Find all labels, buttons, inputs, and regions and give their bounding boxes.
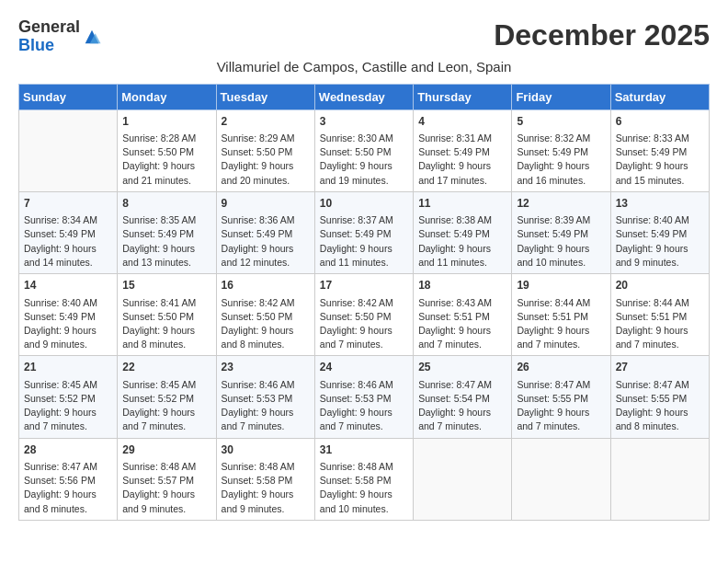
calendar-week-row: 21Sunrise: 8:45 AMSunset: 5:52 PMDayligh…: [19, 356, 710, 438]
day-number: 5: [517, 114, 605, 130]
day-info: Sunrise: 8:35 AMSunset: 5:49 PMDaylight:…: [122, 213, 210, 270]
day-info: Sunrise: 8:36 AMSunset: 5:49 PMDaylight:…: [222, 213, 310, 270]
day-number: 24: [320, 360, 408, 375]
calendar-cell: 14Sunrise: 8:40 AMSunset: 5:49 PMDayligh…: [19, 274, 118, 356]
day-info: Sunrise: 8:45 AMSunset: 5:52 PMDaylight:…: [24, 378, 112, 434]
calendar-header-friday: Friday: [512, 84, 610, 109]
calendar-cell: 18Sunrise: 8:43 AMSunset: 5:51 PMDayligh…: [414, 274, 512, 356]
calendar-table: SundayMondayTuesdayWednesdayThursdayFrid…: [18, 84, 710, 521]
day-number: 16: [222, 278, 310, 293]
calendar-week-row: 28Sunrise: 8:47 AMSunset: 5:56 PMDayligh…: [19, 438, 710, 520]
calendar-cell: 24Sunrise: 8:46 AMSunset: 5:53 PMDayligh…: [314, 356, 413, 438]
logo-blue: Blue: [18, 36, 54, 54]
calendar-cell: 29Sunrise: 8:48 AMSunset: 5:57 PMDayligh…: [118, 438, 216, 520]
day-info: Sunrise: 8:48 AMSunset: 5:58 PMDaylight:…: [320, 460, 408, 516]
day-info: Sunrise: 8:38 AMSunset: 5:49 PMDaylight:…: [418, 213, 506, 270]
day-info: Sunrise: 8:43 AMSunset: 5:51 PMDaylight:…: [418, 296, 506, 352]
day-info: Sunrise: 8:47 AMSunset: 5:56 PMDaylight:…: [24, 460, 112, 516]
calendar-cell: 2Sunrise: 8:29 AMSunset: 5:50 PMDaylight…: [216, 109, 314, 191]
day-number: 19: [517, 278, 605, 293]
day-number: 27: [616, 360, 704, 375]
calendar-header-monday: Monday: [118, 84, 216, 109]
calendar-cell: 31Sunrise: 8:48 AMSunset: 5:58 PMDayligh…: [314, 438, 413, 520]
day-info: Sunrise: 8:28 AMSunset: 5:50 PMDaylight:…: [122, 132, 210, 188]
day-info: Sunrise: 8:42 AMSunset: 5:50 PMDaylight:…: [320, 296, 408, 352]
day-number: 4: [418, 114, 506, 130]
calendar-week-row: 7Sunrise: 8:34 AMSunset: 5:49 PMDaylight…: [19, 191, 710, 273]
day-info: Sunrise: 8:48 AMSunset: 5:57 PMDaylight:…: [122, 460, 210, 516]
day-number: 15: [122, 278, 210, 293]
day-info: Sunrise: 8:29 AMSunset: 5:50 PMDaylight:…: [222, 132, 310, 188]
calendar-cell: 3Sunrise: 8:30 AMSunset: 5:50 PMDaylight…: [314, 109, 413, 191]
day-number: 28: [24, 442, 112, 458]
day-info: Sunrise: 8:31 AMSunset: 5:49 PMDaylight:…: [418, 132, 506, 188]
calendar-header-tuesday: Tuesday: [216, 84, 314, 109]
calendar-header-thursday: Thursday: [414, 84, 512, 109]
calendar-cell: 15Sunrise: 8:41 AMSunset: 5:50 PMDayligh…: [118, 274, 216, 356]
day-number: 1: [122, 114, 210, 130]
day-info: Sunrise: 8:34 AMSunset: 5:49 PMDaylight:…: [24, 213, 112, 270]
day-info: Sunrise: 8:42 AMSunset: 5:50 PMDaylight:…: [222, 296, 310, 352]
calendar-week-row: 14Sunrise: 8:40 AMSunset: 5:49 PMDayligh…: [19, 274, 710, 356]
calendar-cell: 8Sunrise: 8:35 AMSunset: 5:49 PMDaylight…: [118, 191, 216, 273]
day-info: Sunrise: 8:32 AMSunset: 5:49 PMDaylight:…: [517, 132, 605, 188]
calendar-cell: 25Sunrise: 8:47 AMSunset: 5:54 PMDayligh…: [414, 356, 512, 438]
calendar-cell: 19Sunrise: 8:44 AMSunset: 5:51 PMDayligh…: [512, 274, 610, 356]
calendar-cell: 30Sunrise: 8:48 AMSunset: 5:58 PMDayligh…: [216, 438, 314, 520]
day-info: Sunrise: 8:47 AMSunset: 5:55 PMDaylight:…: [517, 378, 605, 434]
calendar-cell: [414, 438, 512, 520]
day-info: Sunrise: 8:41 AMSunset: 5:50 PMDaylight:…: [122, 296, 210, 352]
logo: General Blue: [18, 18, 102, 55]
logo-icon: [82, 27, 102, 47]
day-info: Sunrise: 8:40 AMSunset: 5:49 PMDaylight:…: [24, 296, 112, 352]
calendar-cell: 7Sunrise: 8:34 AMSunset: 5:49 PMDaylight…: [19, 191, 118, 273]
day-info: Sunrise: 8:47 AMSunset: 5:54 PMDaylight:…: [418, 378, 506, 434]
calendar-cell: 6Sunrise: 8:33 AMSunset: 5:49 PMDaylight…: [610, 109, 709, 191]
day-number: 13: [616, 196, 704, 212]
day-number: 26: [517, 360, 605, 375]
day-number: 3: [320, 114, 408, 130]
calendar-cell: 10Sunrise: 8:37 AMSunset: 5:49 PMDayligh…: [314, 191, 413, 273]
day-info: Sunrise: 8:37 AMSunset: 5:49 PMDaylight:…: [320, 213, 408, 270]
calendar-cell: 20Sunrise: 8:44 AMSunset: 5:51 PMDayligh…: [610, 274, 709, 356]
calendar-cell: 11Sunrise: 8:38 AMSunset: 5:49 PMDayligh…: [414, 191, 512, 273]
day-info: Sunrise: 8:46 AMSunset: 5:53 PMDaylight:…: [222, 378, 310, 434]
calendar-cell: [512, 438, 610, 520]
calendar-cell: 16Sunrise: 8:42 AMSunset: 5:50 PMDayligh…: [216, 274, 314, 356]
day-info: Sunrise: 8:33 AMSunset: 5:49 PMDaylight:…: [616, 132, 704, 188]
day-number: 9: [222, 196, 310, 212]
calendar-cell: 1Sunrise: 8:28 AMSunset: 5:50 PMDaylight…: [118, 109, 216, 191]
day-number: 14: [24, 278, 112, 293]
calendar-cell: 21Sunrise: 8:45 AMSunset: 5:52 PMDayligh…: [19, 356, 118, 438]
calendar-cell: 13Sunrise: 8:40 AMSunset: 5:49 PMDayligh…: [610, 191, 709, 273]
day-number: 11: [418, 196, 506, 212]
day-number: 8: [122, 196, 210, 212]
day-number: 31: [320, 442, 408, 458]
day-number: 18: [418, 278, 506, 293]
calendar-cell: 12Sunrise: 8:39 AMSunset: 5:49 PMDayligh…: [512, 191, 610, 273]
day-info: Sunrise: 8:47 AMSunset: 5:55 PMDaylight:…: [616, 378, 704, 434]
day-number: 7: [24, 196, 112, 212]
calendar-header-sunday: Sunday: [19, 84, 118, 109]
page-title: December 2025: [494, 18, 710, 52]
calendar-header-wednesday: Wednesday: [314, 84, 413, 109]
day-info: Sunrise: 8:45 AMSunset: 5:52 PMDaylight:…: [122, 378, 210, 434]
calendar-cell: 4Sunrise: 8:31 AMSunset: 5:49 PMDaylight…: [414, 109, 512, 191]
calendar-header-saturday: Saturday: [610, 84, 709, 109]
day-number: 20: [616, 278, 704, 293]
day-number: 23: [222, 360, 310, 375]
calendar-cell: [19, 109, 118, 191]
calendar-cell: 22Sunrise: 8:45 AMSunset: 5:52 PMDayligh…: [118, 356, 216, 438]
logo-general: General: [18, 17, 80, 36]
day-number: 25: [418, 360, 506, 375]
day-info: Sunrise: 8:44 AMSunset: 5:51 PMDaylight:…: [616, 296, 704, 352]
calendar-header-row: SundayMondayTuesdayWednesdayThursdayFrid…: [19, 84, 710, 109]
day-number: 21: [24, 360, 112, 375]
day-info: Sunrise: 8:30 AMSunset: 5:50 PMDaylight:…: [320, 132, 408, 188]
calendar-cell: 27Sunrise: 8:47 AMSunset: 5:55 PMDayligh…: [610, 356, 709, 438]
calendar-cell: 26Sunrise: 8:47 AMSunset: 5:55 PMDayligh…: [512, 356, 610, 438]
day-number: 22: [122, 360, 210, 375]
calendar-cell: 23Sunrise: 8:46 AMSunset: 5:53 PMDayligh…: [216, 356, 314, 438]
day-number: 17: [320, 278, 408, 293]
calendar-cell: 9Sunrise: 8:36 AMSunset: 5:49 PMDaylight…: [216, 191, 314, 273]
